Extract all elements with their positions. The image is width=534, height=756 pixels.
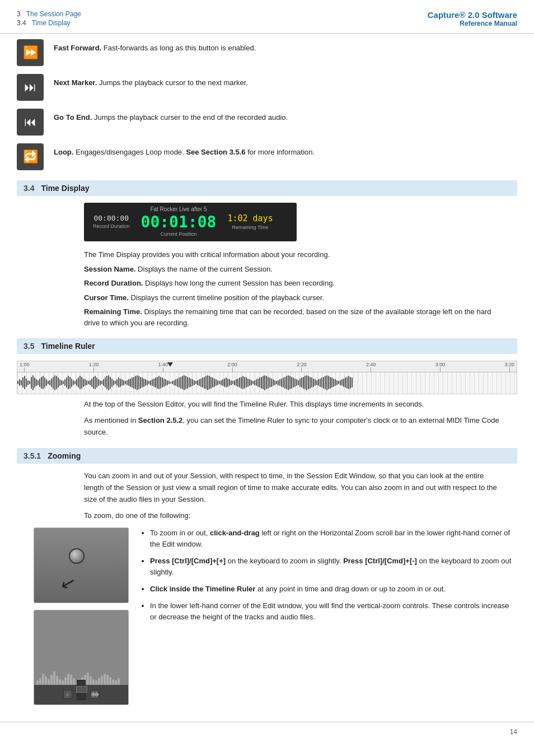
wbar-97 [180,377,181,389]
mini-wbar-9 [62,680,64,685]
wbar-71 [137,375,138,390]
mini-wbar-22 [98,678,100,685]
icon-title-1: Next Marker. [54,78,97,87]
wbar-141 [254,380,255,385]
td-record-duration-label: Record Duration [93,223,130,229]
wbar-84 [158,376,160,389]
zoom-instructions-label: To zoom, do one of the following: [84,510,500,522]
wbar-34 [74,381,76,384]
breadcrumb-link-1[interactable]: The Session Page [26,10,81,18]
breadcrumb-number-1: 3 [17,10,21,18]
mini-wbar-19 [90,676,92,685]
wbar-64 [125,381,126,384]
ruler-tick-5: 2:40 [366,362,376,372]
mini-wbar-26 [109,677,111,685]
mini-wbar-1 [39,678,41,685]
wbar-55 [110,377,111,389]
cursor-arrow-icon: ↙ [58,571,78,595]
wbar-22 [54,375,55,390]
wbar-32 [71,379,72,387]
wbar-123 [224,379,225,387]
wbar-136 [246,377,247,388]
wbar-6 [27,380,29,385]
wbar-77 [147,380,148,385]
mini-wbar-10 [64,677,67,685]
main-content: ⏩ Fast Forward. Fast-forwards as long as… [0,34,534,716]
wbar-104 [192,379,193,386]
wbar-144 [259,377,260,388]
wbar-131 [237,379,238,387]
section-351-title: Zooming [48,451,81,460]
wbar-190 [336,380,338,385]
mini-wbar-18 [87,673,89,685]
ruler-tick-3: 2:00 [227,362,237,372]
ruler-tick-line-2 [163,367,163,372]
wbar-140 [252,381,254,384]
wbar-29 [66,377,67,388]
mini-wbar-5 [50,675,53,685]
wbar-153 [274,380,275,385]
wbar-151 [271,379,272,387]
wbar-70 [135,376,136,389]
mini-wbar-29 [118,678,120,685]
wbar-126 [229,379,230,386]
wbar-56 [111,379,113,387]
wbar-110 [202,377,203,388]
wbar-138 [249,379,250,386]
mini-wbar-12 [70,675,72,685]
wbar-155 [278,380,279,385]
ruler-bold-ref: Section 2.5.2 [138,416,182,424]
wbar-161 [288,375,289,390]
section-351-header: 3.5.1 Zooming [17,448,517,464]
page-footer: 14 [0,722,534,741]
wbar-73 [140,377,141,389]
wbar-150 [269,377,270,388]
wbar-154 [276,381,277,384]
wbar-12 [38,380,39,385]
wbar-158 [283,377,284,388]
wbar-156 [279,379,280,386]
wbar-20 [51,379,52,387]
wbar-135 [244,377,245,389]
wbar-185 [328,376,329,389]
zoom-bullet-1: To zoom in or out, click-and-drag left o… [150,528,517,550]
wbar-115 [210,377,212,389]
wbar-75 [143,379,144,387]
wbar-112 [205,376,207,389]
wbar-128 [232,381,233,384]
icon-item-0: ⏩ Fast Forward. Fast-forwards as long as… [17,39,517,66]
wbar-38 [81,377,82,389]
wbar-195 [345,377,346,388]
wbar-92 [172,381,173,384]
loop-icon: 🔁 [17,143,44,170]
wbar-90 [168,381,170,384]
playhead-marker [167,362,173,367]
wbar-49 [100,380,101,385]
ruler-label-4: 2:20 [297,362,307,367]
icon-items-container: ⏩ Fast Forward. Fast-forwards as long as… [17,39,517,170]
page-header: 3 The Session Page 3.4 Time Display Capt… [0,0,534,34]
wbar-196 [346,377,348,389]
ruler-desc-1: At the top of the Session Editor, you wi… [84,399,500,410]
wbar-145 [261,377,262,389]
wbar-107 [197,380,198,385]
wbar-111 [204,377,205,389]
mini-wbar-2 [42,674,44,685]
section-34-number: 3.4 [24,184,34,193]
wbar-10 [34,377,35,388]
wbar-68 [132,377,133,388]
wbar-76 [145,379,146,386]
mini-wbar-13 [73,678,75,685]
wbar-4 [24,376,25,389]
wbar-19 [49,380,50,385]
wbar-198 [350,377,351,389]
wbar-28 [64,379,65,386]
wbar-179 [318,379,319,386]
wbar-166 [296,379,297,386]
td-desc-2: Record Duration. Displays how long the c… [84,278,500,289]
wbar-61 [120,379,121,387]
wbar-67 [130,379,131,387]
ruler-tick-1: 1:20 [89,362,99,372]
breadcrumb-link-2[interactable]: Time Display [32,19,71,27]
wbar-95 [177,379,178,387]
